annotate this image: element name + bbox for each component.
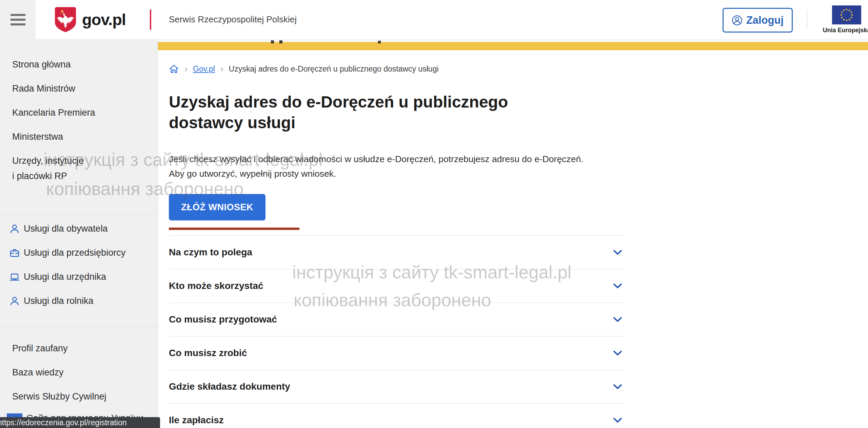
header-tagline: Serwis Rzeczypospolitej Polskiej: [169, 14, 297, 25]
brand-divider: [150, 9, 151, 30]
sidebar-service-links: Usługi dla obywatela Usługi dla przedsię…: [0, 217, 158, 313]
sidebar-nav-item[interactable]: Urzędy, instytucje i placówki RP: [0, 149, 158, 188]
breadcrumb-separator: ›: [184, 64, 188, 74]
farmer-person-icon: [9, 295, 20, 307]
login-button[interactable]: Zaloguj: [723, 8, 793, 33]
hamburger-bar: [11, 14, 25, 16]
laptop-icon: [9, 271, 20, 283]
sidebar-service-item[interactable]: Usługi dla przedsiębiorcy: [0, 241, 158, 265]
accordion-row[interactable]: Co musisz przygotować: [169, 303, 625, 336]
notification-banner-edge: [158, 42, 868, 50]
hamburger-bar: [11, 19, 25, 21]
sidebar-nav-item[interactable]: Kancelaria Premiera: [0, 101, 158, 125]
menu-hamburger-button[interactable]: [0, 0, 36, 39]
red-underline-bar: [169, 228, 299, 230]
clipped-text-mark: [271, 40, 274, 43]
sidebar-nav-item[interactable]: Profil zaufany: [0, 336, 158, 361]
sidebar-nav-item[interactable]: Ministerstwa: [0, 125, 158, 149]
polish-eagle-emblem-icon: [54, 5, 77, 34]
sidebar-divider: [0, 216, 158, 216]
sidebar-footer-links: Profil zaufanyBaza wiedzySerwis Służby C…: [0, 336, 158, 409]
sidebar-nav-item[interactable]: Strona główna: [0, 53, 158, 77]
accordion-title: Co musisz przygotować: [169, 314, 277, 325]
breadcrumb-link-govpl[interactable]: Gov.pl: [193, 64, 215, 74]
header-divider: [807, 9, 807, 29]
clipped-text-mark: [279, 40, 282, 43]
accordion-row[interactable]: Na czym to polega: [169, 236, 625, 269]
accordion-title: Na czym to polega: [169, 247, 252, 258]
sidebar-service-label: Usługi dla przedsiębiorcy: [24, 245, 125, 260]
home-icon[interactable]: [169, 64, 179, 74]
breadcrumb: › Gov.pl › Uzyskaj adres do e-Doręczeń u…: [169, 64, 868, 74]
submit-application-button[interactable]: ZŁÓŻ WNIOSEK: [169, 194, 265, 220]
eu-label: Unia Europejska: [823, 27, 868, 34]
brand-row: gov.pl Serwis Rzeczypospolitej Polskiej: [54, 0, 297, 39]
chevron-down-icon[interactable]: [613, 250, 622, 255]
link-url-statusbar: https://edoreczenia.gov.pl/registration: [0, 417, 160, 428]
top-header: gov.pl Serwis Rzeczypospolitej Polskiej …: [0, 0, 868, 39]
sidebar-nav: Strona głównaRada MinistrówKancelaria Pr…: [0, 39, 158, 428]
chevron-down-icon[interactable]: [613, 417, 622, 423]
accordion-row[interactable]: Kto może skorzystać: [169, 269, 625, 303]
citizen-person-icon: [9, 223, 20, 235]
briefcase-icon: [9, 247, 20, 259]
intro-line: Jeśli chcesz wysyłać i odbierać wiadomoś…: [169, 152, 637, 167]
main-content: › Gov.pl › Uzyskaj adres do e-Doręczeń u…: [158, 39, 868, 428]
accordion-title: Kto może skorzystać: [169, 280, 263, 291]
sidebar-nav-item[interactable]: Baza wiedzy: [0, 361, 158, 385]
page-title: Uzyskaj adres do e-Doręczeń u publiczneg…: [169, 92, 549, 133]
sidebar-service-label: Usługi dla obywatela: [24, 221, 108, 236]
chevron-down-icon[interactable]: [613, 350, 622, 356]
accordion-row[interactable]: Co musisz zrobić: [169, 336, 625, 370]
sidebar-service-label: Usługi dla rolnika: [24, 293, 94, 309]
login-button-label: Zaloguj: [746, 14, 784, 26]
chevron-down-icon[interactable]: [613, 317, 622, 323]
accordion-title: Ile zapłacisz: [169, 415, 224, 426]
sidebar-main-links: Strona głównaRada MinistrówKancelaria Pr…: [0, 53, 158, 188]
sidebar-nav-item[interactable]: Serwis Służby Cywilnej: [0, 385, 158, 409]
sidebar-service-item[interactable]: Usługi dla urzędnika: [0, 265, 158, 289]
hamburger-bar: [11, 23, 25, 25]
sidebar-service-item[interactable]: Usługi dla obywatela: [0, 217, 158, 241]
eu-flag-icon: [832, 5, 861, 24]
accordion-title: Co musisz zrobić: [169, 348, 247, 358]
chevron-down-icon[interactable]: [613, 283, 622, 289]
intro-line: Aby go utworzyć, wypełnij prosty wniosek…: [169, 167, 637, 181]
banner-gap: [158, 39, 868, 42]
user-account-icon: [732, 15, 743, 26]
accordion-title: Gdzie składasz dokumenty: [169, 381, 290, 392]
accordion-row[interactable]: Ile zapłacisz: [169, 404, 625, 428]
sidebar-service-label: Usługi dla urzędnika: [24, 269, 106, 285]
intro-text: Jeśli chcesz wysyłać i odbierać wiadomoś…: [169, 152, 637, 181]
breadcrumb-separator: ›: [220, 64, 223, 74]
chevron-down-icon[interactable]: [613, 384, 622, 390]
accordion-list: Na czym to polega Kto może skorzystać: [169, 235, 625, 428]
breadcrumb-current: Uzyskaj adres do e-Doręczeń u publiczneg…: [229, 64, 439, 74]
brand-logo-text[interactable]: gov.pl: [82, 10, 126, 29]
clipped-text-mark: [378, 41, 381, 43]
gov-pl-page: gov.pl Serwis Rzeczypospolitej Polskiej …: [0, 0, 868, 428]
eu-block: Unia Europejska: [825, 5, 868, 34]
sidebar-service-item[interactable]: Usługi dla rolnika: [0, 289, 158, 313]
sidebar-nav-item[interactable]: Rada Ministrów: [0, 77, 158, 101]
accordion-row[interactable]: Gdzie składasz dokumenty: [169, 370, 625, 404]
sidebar-divider: [0, 327, 158, 327]
